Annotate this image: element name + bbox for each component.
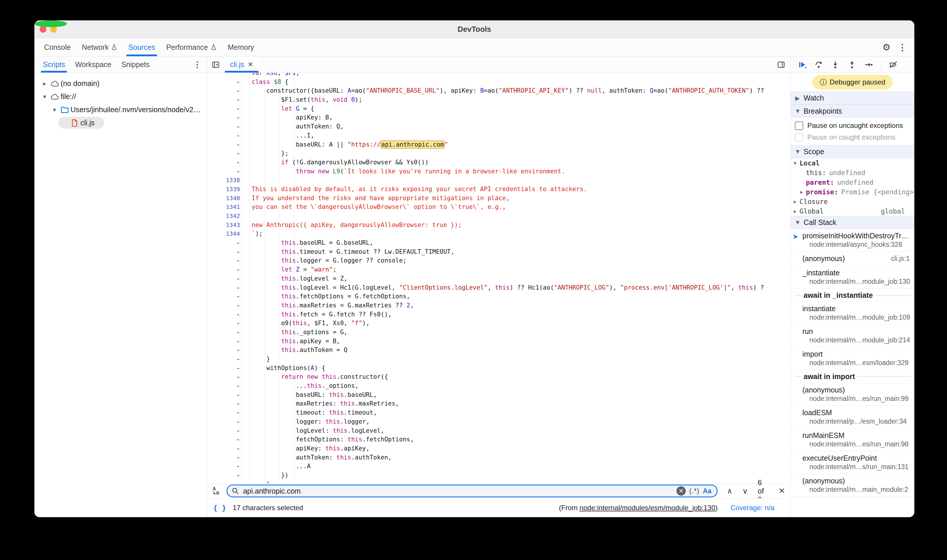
collapsed-line-marker[interactable]: -	[207, 346, 240, 355]
stack-frame--anonymous-[interactable]: (anonymous)node:internal/m…es/run_main:9…	[791, 383, 915, 406]
collapsed-line-marker[interactable]: -	[207, 158, 240, 167]
collapsed-line-marker[interactable]: -	[207, 372, 240, 382]
collapse-navigator-icon[interactable]	[207, 61, 224, 69]
collapsed-line-marker[interactable]: -	[207, 274, 240, 283]
code-line[interactable]: - })	[207, 471, 790, 480]
stack-frame-import[interactable]: importnode:internal/m…esm/loader:329	[791, 347, 915, 370]
sidebar-tab-workspace[interactable]: Workspace	[70, 57, 116, 72]
code-line[interactable]: 1342	[207, 212, 790, 220]
step-into-button[interactable]	[831, 60, 840, 69]
code-line[interactable]: 1341you can set the \`dangerouslyAllowBr…	[207, 203, 790, 212]
collapsed-line-marker[interactable]: -	[207, 471, 240, 480]
line-number[interactable]: 1344	[207, 229, 240, 238]
code-line[interactable]: - };	[207, 149, 790, 158]
code-line[interactable]: - }	[207, 355, 790, 364]
scope-section-header[interactable]: ▼ Scope	[791, 145, 915, 158]
code-line[interactable]: - ...this._options,	[207, 382, 790, 391]
file-tab-cli-js[interactable]: cli.js ✕	[224, 57, 259, 72]
collapsed-line-marker[interactable]: -	[207, 399, 240, 408]
collapsed-line-marker[interactable]: -	[207, 337, 240, 346]
deactivate-breakpoints-icon[interactable]	[889, 60, 898, 69]
collapsed-line-marker[interactable]: -	[207, 131, 240, 140]
tree-item-users-jinhuilee-nvm-versions-node-v2-[interactable]: ▾Users/jinhuilee/.nvm/versions/node/v2…	[34, 103, 207, 116]
collapsed-line-marker[interactable]: -	[207, 310, 240, 319]
collapsed-line-marker[interactable]: -	[207, 77, 240, 86]
stack-frame-loadesm[interactable]: loadESMnode:internal/p…/esm_loader:34	[791, 406, 915, 429]
line-number[interactable]: 1338	[207, 176, 240, 185]
stack-frame-run[interactable]: runnode:internal/m…module_job:214	[791, 325, 915, 347]
line-number[interactable]: 1343	[207, 220, 240, 229]
code-line[interactable]: 1338	[207, 176, 790, 185]
regex-toggle[interactable]: (.*)	[689, 487, 699, 495]
stack-frame--anonymous-[interactable]: (anonymous)node:internal/m…main_module:2	[791, 474, 915, 497]
collapsed-line-marker[interactable]: -	[207, 256, 240, 265]
code-line[interactable]: 1340If you understand the risks and have…	[207, 194, 790, 203]
code-line[interactable]: - fetchOptions: this.fetchOptions,	[207, 435, 790, 444]
next-match-button[interactable]: ∨	[742, 486, 748, 495]
collapsed-line-marker[interactable]: -	[207, 122, 240, 131]
step-button[interactable]	[864, 60, 873, 69]
stack-frame--anonymous-[interactable]: (anonymous)cli.js:1	[791, 252, 915, 266]
code-line[interactable]: - this.authToken = Q	[207, 346, 790, 355]
code-line[interactable]: 1344`);	[207, 229, 790, 238]
collapsed-line-marker[interactable]: -	[207, 417, 240, 426]
scope-local-header[interactable]: ▾Local	[791, 158, 915, 168]
code-line[interactable]: - this.maxRetries = G.maxRetries ?? 2,	[207, 301, 790, 310]
code-line[interactable]: - this.fetchOptions = G.fetchOptions,	[207, 292, 790, 301]
code-line[interactable]: - this.baseURL = G.baseURL,	[207, 238, 790, 248]
code-line[interactable]: - this.timeout = G.timeout ?? Lw.DEFAULT…	[207, 248, 790, 256]
step-out-button[interactable]	[848, 60, 856, 69]
stack-frame-promiseinithookwithdestroytr-[interactable]: ➤promiseInitHookWithDestroyTr…node:inter…	[791, 229, 915, 252]
code-line[interactable]: - if (!G.dangerouslyAllowBrowser && Ys0(…	[207, 158, 790, 167]
scope-global[interactable]: ▸Globalglobal	[791, 206, 915, 216]
code-line[interactable]: - baseURL: A || "https://api.anthropic.c…	[207, 140, 790, 149]
code-line[interactable]: - logLevel: this.logLevel,	[207, 426, 790, 435]
pause-uncaught-exceptions-row[interactable]: Pause on uncaught exceptions	[791, 120, 915, 132]
sidebar-more-icon[interactable]: ⋮	[193, 57, 207, 72]
stack-frame-instantiate[interactable]: instantiatenode:internal/m…module_job:10…	[791, 302, 915, 325]
stack-frame-runmainesm[interactable]: runMainESMnode:internal/m…es/run_main:98	[791, 429, 915, 451]
collapsed-line-marker[interactable]: -	[207, 391, 240, 400]
collapsed-line-marker[interactable]: -	[207, 462, 240, 471]
collapsed-line-marker[interactable]: -	[207, 292, 240, 301]
collapsed-line-marker[interactable]: -	[207, 104, 240, 113]
code-line[interactable]: - let Z = "warn";	[207, 265, 790, 274]
breakpoints-section-header[interactable]: ▼ Breakpoints	[791, 105, 915, 118]
tab-memory[interactable]: Memory	[222, 38, 259, 56]
code-line[interactable]: - baseURL: this.baseURL,	[207, 391, 790, 400]
tree-item--no-domain-[interactable]: ▸(no domain)	[34, 77, 207, 90]
code-line[interactable]: var Xs0, $F1;	[207, 73, 790, 77]
search-field[interactable]: ✕ (.*) Aa	[227, 485, 717, 497]
coverage-link[interactable]: Coverage: n/a	[730, 504, 774, 512]
code-line[interactable]: - ...A	[207, 462, 790, 471]
collapsed-line-marker[interactable]: -	[207, 113, 240, 122]
collapsed-line-marker[interactable]: -	[207, 382, 240, 391]
tab-sources[interactable]: Sources	[123, 38, 160, 56]
code-line[interactable]: - maxRetries: this.maxRetries,	[207, 399, 790, 408]
code-line[interactable]: 1343new Anthropic({ apiKey, dangerouslyA…	[207, 220, 790, 229]
collapsed-line-marker[interactable]: -	[207, 149, 240, 158]
watch-section-header[interactable]: ▶ Watch	[791, 91, 915, 105]
clear-search-icon[interactable]: ✕	[676, 486, 686, 495]
line-number[interactable]: 1342	[207, 212, 240, 220]
more-options-icon[interactable]: ⋮	[898, 42, 907, 52]
tree-item-file-[interactable]: ▾file://	[34, 90, 207, 103]
collapsed-line-marker[interactable]: -	[207, 86, 240, 95]
collapsed-line-marker[interactable]: -	[207, 319, 240, 328]
pretty-print-icon[interactable]: { }	[213, 504, 226, 512]
code-line[interactable]: - authToken: Q,	[207, 122, 790, 131]
code-line[interactable]: - this.logLevel = Z,	[207, 274, 790, 283]
settings-gear-icon[interactable]: ⚙	[882, 42, 890, 53]
collapsed-line-marker[interactable]: -	[207, 301, 240, 310]
code-editor[interactable]: var Xs0, $F1;-class $8 {- constructor({b…	[207, 73, 790, 483]
sidebar-tab-scripts[interactable]: Scripts	[38, 57, 70, 72]
code-line[interactable]: - this.fetch = G.fetch ?? Fs0(),	[207, 310, 790, 319]
collapsed-line-marker[interactable]: -	[207, 167, 240, 176]
tree-item-cli-js[interactable]: cli.js	[34, 116, 207, 129]
code-line[interactable]: - constructor({baseURL: A=ao("ANTHROPIC_…	[207, 86, 790, 95]
source-map-link[interactable]: node:internal/modules/esm/module_job:130	[580, 504, 716, 512]
code-line[interactable]: - authToken: this.authToken,	[207, 453, 790, 462]
collapsed-line-marker[interactable]: -	[207, 140, 240, 149]
call-stack-section-header[interactable]: ▼ Call Stack	[791, 216, 915, 229]
code-line[interactable]: - this.apiKey = B,	[207, 337, 790, 346]
